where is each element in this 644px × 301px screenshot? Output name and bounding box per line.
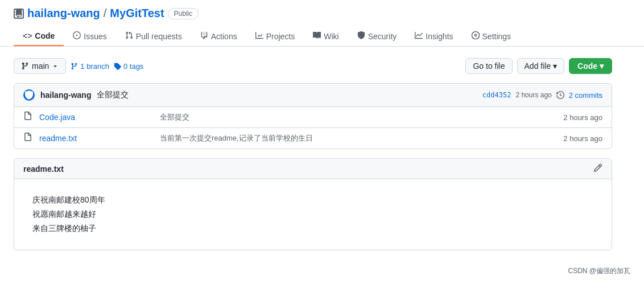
actions-icon xyxy=(200,31,208,41)
footer-text: CSDN @偏强的加瓦 xyxy=(568,267,630,275)
tab-wiki-label: Wiki xyxy=(324,32,338,41)
tab-actions-label: Actions xyxy=(211,32,237,41)
code-button[interactable]: Code ▾ xyxy=(569,58,612,74)
tab-insights[interactable]: Insights xyxy=(406,27,462,46)
readme-line-2: 祝愿南邮越来越好 xyxy=(32,207,593,221)
repo-type-icon xyxy=(14,9,24,19)
readme-edit-icon[interactable] xyxy=(593,163,602,174)
settings-icon xyxy=(472,31,480,41)
tab-code-label: Code xyxy=(35,31,55,40)
tab-wiki[interactable]: Wiki xyxy=(304,27,348,46)
file-time-0: 2 hours ago xyxy=(563,113,602,122)
code-icon: <> xyxy=(23,31,32,40)
readme-line-1: 庆祝南邮建校80周年 xyxy=(32,193,593,207)
branch-count-link[interactable]: 1 branch xyxy=(71,62,109,71)
file-time-1: 2 hours ago xyxy=(563,134,602,143)
tab-actions[interactable]: Actions xyxy=(191,27,246,46)
file-name-1[interactable]: readme.txt xyxy=(39,134,153,143)
readme-header: readme.txt xyxy=(14,159,612,179)
tab-security-label: Security xyxy=(368,32,397,41)
tab-insights-label: Insights xyxy=(426,32,453,41)
branch-bar: main 1 branch 0 tags Go to file Add file… xyxy=(14,58,612,74)
repo-separator: / xyxy=(104,7,107,20)
add-file-caret: ▾ xyxy=(553,61,557,71)
add-file-label: Add file xyxy=(525,61,551,71)
readme-title: readme.txt xyxy=(23,164,64,174)
pr-icon xyxy=(125,31,133,41)
table-row: readme.txt 当前第一次提交readme,记录了当前学校的生日 2 ho… xyxy=(14,128,612,149)
tab-issues[interactable]: Issues xyxy=(64,27,115,46)
tab-settings-label: Settings xyxy=(482,32,511,41)
avatar xyxy=(23,89,35,101)
file-commit-msg-1: 当前第一次提交readme,记录了当前学校的生日 xyxy=(160,133,556,143)
tab-pr-label: Pull requests xyxy=(136,32,182,41)
commit-time: 2 hours ago xyxy=(515,91,551,99)
tab-pull-requests[interactable]: Pull requests xyxy=(116,27,191,46)
branch-name: main xyxy=(32,61,49,71)
readme-line-3: 来自三牌楼的柚子 xyxy=(32,221,593,236)
readme-body: 庆祝南邮建校80周年 祝愿南邮越来越好 来自三牌楼的柚子 xyxy=(14,179,612,250)
commit-hash-link[interactable]: cdd4352 xyxy=(482,91,511,99)
tab-projects-label: Projects xyxy=(266,32,295,41)
code-button-label: Code xyxy=(577,61,597,71)
insights-icon xyxy=(415,31,423,41)
issues-icon xyxy=(73,31,81,41)
tab-security[interactable]: Security xyxy=(348,27,406,46)
code-button-caret: ▾ xyxy=(600,61,604,71)
security-icon xyxy=(357,31,365,41)
commit-message: 全部提交 xyxy=(97,90,129,100)
branch-count-text: 1 branch xyxy=(80,62,109,71)
repo-nav-tabs: <> Code Issues Pull requests xyxy=(14,27,630,46)
file-commit-msg-0: 全部提交 xyxy=(160,112,556,122)
commits-count-text: 2 commits xyxy=(569,91,602,100)
projects-icon xyxy=(255,31,263,41)
tag-count-link[interactable]: 0 tags xyxy=(114,62,143,71)
commit-author[interactable]: hailang-wang xyxy=(40,90,91,100)
file-icon xyxy=(23,112,32,123)
go-to-file-button[interactable]: Go to file xyxy=(465,58,512,74)
file-icon xyxy=(23,133,32,144)
commits-count-link[interactable]: 2 commits xyxy=(569,91,602,100)
repo-owner[interactable]: hailang-wang xyxy=(27,7,100,20)
file-name-0[interactable]: Code.java xyxy=(39,113,153,122)
repo-visibility-badge: Public xyxy=(168,8,199,19)
repo-name[interactable]: MyGitTest xyxy=(110,7,164,20)
tab-projects[interactable]: Projects xyxy=(246,27,304,46)
commit-header: hailang-wang 全部提交 cdd4352 2 hours ago 2 … xyxy=(14,84,612,107)
wiki-icon xyxy=(313,31,321,41)
tab-code[interactable]: <> Code xyxy=(14,27,64,46)
tab-issues-label: Issues xyxy=(84,32,106,41)
table-row: Code.java 全部提交 2 hours ago xyxy=(14,107,612,128)
branch-selector[interactable]: main xyxy=(14,58,66,74)
file-table: hailang-wang 全部提交 cdd4352 2 hours ago 2 … xyxy=(14,83,612,149)
tag-count-text: 0 tags xyxy=(123,62,143,71)
tab-settings[interactable]: Settings xyxy=(463,27,521,46)
readme-box: readme.txt 庆祝南邮建校80周年 祝愿南邮越来越好 来自三牌楼的柚子 xyxy=(14,158,612,250)
add-file-button[interactable]: Add file ▾ xyxy=(517,58,565,74)
